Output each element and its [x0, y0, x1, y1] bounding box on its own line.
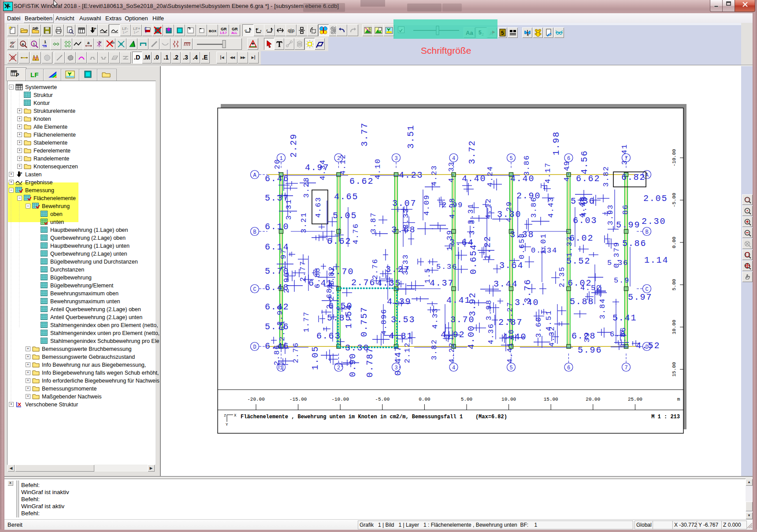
- svg-text:4.35: 4.35: [377, 278, 401, 288]
- svg-text:z: z: [256, 26, 259, 31]
- svg-text:5.9: 5.9: [614, 276, 630, 285]
- svg-text:D: D: [253, 344, 256, 350]
- svg-text:x: x: [250, 28, 252, 31]
- svg-text:Y: Y: [226, 423, 228, 427]
- svg-text:4.98: 4.98: [448, 197, 456, 219]
- svg-text:4.27: 4.27: [506, 301, 514, 323]
- svg-text:-20.00: -20.00: [247, 397, 265, 402]
- svg-text:GR: GR: [232, 27, 238, 31]
- svg-text:2.30: 2.30: [642, 216, 666, 227]
- svg-text:-5.00: -5.00: [672, 193, 677, 207]
- svg-text:0.379: 0.379: [612, 242, 621, 268]
- svg-text:6.88: 6.88: [313, 267, 322, 288]
- svg-text:4.52: 4.52: [636, 341, 660, 351]
- svg-text:1.98: 1.98: [551, 131, 561, 155]
- svg-text:15.00: 15.00: [544, 397, 558, 402]
- svg-text:5.00: 5.00: [461, 397, 472, 402]
- svg-text:z: z: [224, 413, 226, 418]
- svg-text:.20: .20: [273, 159, 282, 175]
- svg-text:1: 1: [33, 42, 35, 46]
- svg-text:1.54: 1.54: [344, 304, 354, 328]
- svg-text:6.63: 6.63: [316, 331, 341, 341]
- svg-text:3.77: 3.77: [360, 122, 370, 146]
- svg-text:5.36: 5.36: [436, 263, 457, 271]
- svg-text:2.76: 2.76: [371, 258, 379, 279]
- svg-text:4.65: 4.65: [334, 192, 358, 202]
- svg-text:4.00: 4.00: [466, 325, 476, 349]
- svg-text:10.00: 10.00: [501, 397, 516, 402]
- svg-text:3.53: 3.53: [391, 315, 415, 325]
- svg-text:5.97: 5.97: [628, 292, 652, 302]
- svg-text:q|p: q|p: [288, 28, 294, 33]
- svg-text:B: B: [645, 229, 648, 235]
- svg-text:3.3: 3.3: [468, 219, 476, 235]
- svg-text:M 1 : 213: M 1 : 213: [651, 414, 680, 420]
- svg-text:4: 4: [452, 365, 455, 371]
- svg-text:cd: cd: [10, 45, 14, 48]
- svg-text:0.787: 0.787: [365, 347, 375, 377]
- svg-text:1: 1: [134, 30, 136, 34]
- svg-text:3.28: 3.28: [302, 177, 311, 198]
- svg-text:4.56: 4.56: [579, 150, 590, 174]
- svg-text:1.97: 1.97: [279, 249, 288, 270]
- svg-text:1.01: 1.01: [539, 233, 548, 254]
- svg-text:86: 86: [621, 204, 630, 215]
- svg-text:3.51: 3.51: [406, 124, 416, 149]
- svg-text:4.63: 4.63: [314, 197, 323, 218]
- svg-text:3.92: 3.92: [468, 292, 478, 316]
- svg-text:ab: ab: [10, 41, 14, 45]
- svg-text:Flächenelemente , Bewehrung un: Flächenelemente , Bewehrung unten im Kno…: [241, 414, 507, 420]
- svg-text:ALL: ALL: [231, 31, 237, 34]
- svg-text:5.05: 5.05: [333, 211, 357, 221]
- svg-text:2.35: 2.35: [558, 266, 566, 287]
- svg-text:25.00: 25.00: [628, 397, 642, 402]
- svg-text:4.37: 4.37: [430, 278, 454, 288]
- svg-text:0.00: 0.00: [672, 237, 677, 248]
- svg-text:BOX: BOX: [209, 29, 217, 33]
- svg-text:a: a: [87, 41, 90, 45]
- svg-text:0.757: 0.757: [359, 306, 369, 337]
- svg-text:-5.00: -5.00: [375, 397, 390, 402]
- svg-text:z: z: [266, 28, 268, 32]
- svg-text:5.86: 5.86: [622, 238, 646, 249]
- svg-text:5.96: 5.96: [578, 345, 602, 355]
- svg-text:6.82: 6.82: [621, 172, 646, 182]
- svg-text:C: C: [253, 286, 256, 293]
- svg-text:5: 5: [501, 30, 504, 36]
- svg-text:5.00: 5.00: [672, 279, 677, 290]
- svg-text:LF: LF: [30, 71, 38, 78]
- svg-text:4.41: 4.41: [446, 295, 471, 305]
- svg-text:3.31: 3.31: [285, 199, 293, 220]
- svg-text:4: 4: [452, 156, 455, 162]
- svg-text:2.82: 2.82: [327, 266, 336, 287]
- svg-text:4.36: 4.36: [487, 323, 495, 344]
- svg-text:-10.00: -10.00: [672, 149, 677, 167]
- svg-text:S: S: [368, 27, 371, 31]
- svg-text:4.34: 4.34: [319, 159, 327, 180]
- svg-text:-15.00: -15.00: [289, 397, 307, 402]
- svg-text:4.12: 4.12: [339, 154, 347, 175]
- svg-text:5: 5: [509, 156, 512, 162]
- svg-text:10.00: 10.00: [672, 320, 677, 334]
- svg-text:1.5.7: 1.5.7: [220, 31, 227, 34]
- svg-text:3.82: 3.82: [430, 339, 438, 360]
- svg-text:4.48: 4.48: [580, 196, 588, 217]
- svg-text:6.62: 6.62: [576, 174, 600, 184]
- svg-text:0.447: 0.447: [393, 345, 403, 376]
- svg-text:2.96: 2.96: [282, 272, 291, 293]
- svg-text:B: B: [253, 229, 256, 235]
- svg-text:0.658: 0.658: [518, 233, 526, 259]
- svg-text:39: 39: [583, 332, 591, 342]
- svg-text:6.62: 6.62: [349, 176, 374, 186]
- svg-text:3.86: 3.86: [523, 155, 531, 176]
- svg-text:3.44: 3.44: [494, 279, 518, 289]
- svg-text:0.00: 0.00: [419, 397, 430, 402]
- svg-text:5.99: 5.99: [616, 220, 640, 230]
- svg-text:3.64: 3.64: [499, 260, 523, 271]
- svg-text:P: P: [20, 171, 22, 175]
- svg-text:6.10: 6.10: [265, 222, 289, 232]
- svg-text:0.654: 0.654: [468, 244, 479, 274]
- svg-text:4.23: 4.23: [430, 165, 438, 186]
- svg-text:5: 5: [509, 365, 512, 371]
- svg-text:7: 7: [624, 365, 627, 371]
